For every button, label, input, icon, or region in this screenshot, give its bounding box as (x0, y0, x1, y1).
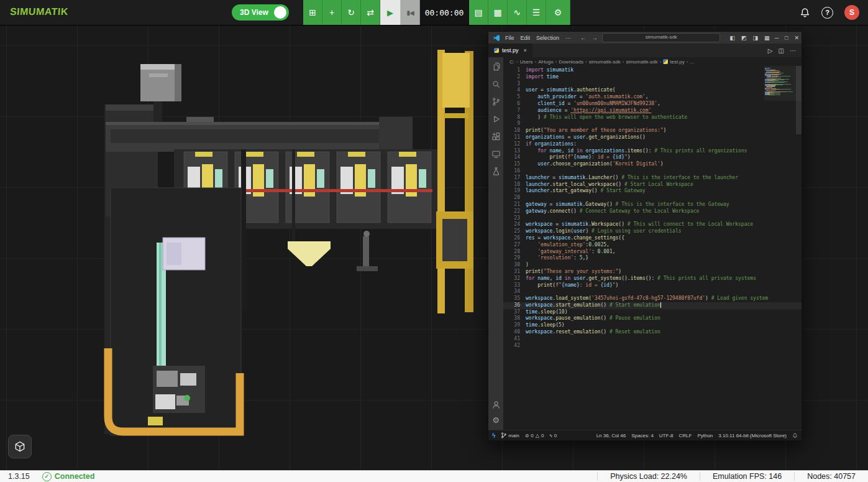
line-number[interactable]: 37 (503, 309, 526, 316)
code-line[interactable]: 22gateway.connect() # Connect Gateway to… (503, 208, 802, 215)
breadcrumb-item[interactable]: Downloads (559, 59, 583, 65)
line-number[interactable]: 1 (503, 67, 526, 74)
breadcrumb-item[interactable]: Users (520, 59, 533, 65)
code-line[interactable]: 1import simumatik (503, 67, 802, 74)
line-number[interactable]: 36 (503, 302, 526, 309)
line-number[interactable]: 38 (503, 315, 526, 322)
line-number[interactable]: 27 (503, 242, 526, 249)
line-number[interactable]: 31 (503, 269, 526, 276)
line-number[interactable]: 35 (503, 295, 526, 302)
toggle-panel-icon[interactable]: ◩ (741, 35, 747, 41)
code-line[interactable]: 37time.sleep(10) (503, 309, 802, 316)
connection-button[interactable]: ∿ (508, 0, 527, 25)
line-number[interactable]: 3 (503, 81, 526, 88)
line-number[interactable]: 30 (503, 262, 526, 269)
line-number[interactable]: 14 (503, 154, 526, 161)
python-interpreter[interactable]: 3.10.11 64-bit (Microsoft Store) (718, 433, 787, 438)
code-line[interactable]: 5 auth_provider = 'auth.simumatik.com', (503, 94, 802, 101)
skip-to-start-button[interactable]: ▮◀ (401, 0, 420, 25)
code-line[interactable]: 34 (503, 289, 802, 295)
line-number[interactable]: 15 (503, 161, 526, 168)
line-number[interactable]: 23 (503, 215, 526, 222)
form-view-button[interactable]: ▤ (469, 0, 488, 25)
eol-sequence[interactable]: CRLF (679, 433, 692, 438)
nav-forward-button[interactable]: → (592, 34, 598, 41)
card-view-button[interactable]: ▦ (488, 0, 508, 25)
import-export-button[interactable]: ⇄ (361, 0, 380, 25)
more-actions-button[interactable]: ··· (790, 47, 796, 54)
code-line[interactable]: 26res = workspace.change_settings({ (503, 235, 802, 242)
line-number[interactable]: 17 (503, 175, 526, 182)
code-line[interactable]: 29 'resolution': 5,} (503, 255, 802, 262)
toggle-secondary-sidebar-icon[interactable]: ◨ (753, 35, 759, 41)
line-number[interactable]: 8 (503, 114, 526, 121)
git-branch-item[interactable]: main (501, 432, 519, 438)
view-cube-button[interactable] (8, 435, 32, 458)
line-number[interactable]: 22 (503, 208, 526, 215)
cursor-position[interactable]: Ln 36, Col 46 (596, 433, 626, 438)
code-line[interactable]: 4user = simumatik.authenticate( (503, 87, 802, 94)
breadcrumb-item[interactable]: C: (509, 59, 514, 65)
tab-close-icon[interactable]: × (524, 47, 527, 53)
line-number[interactable]: 25 (503, 228, 526, 235)
language-mode[interactable]: Python (697, 433, 713, 438)
line-number[interactable]: 40 (503, 329, 526, 336)
code-line[interactable]: 30) (503, 262, 802, 269)
code-line[interactable]: 19launcher.start_gateway() # Start Gatew… (503, 188, 802, 195)
code-line[interactable]: 15 user.choose_organization('Kornit Digi… (503, 161, 802, 168)
source-control-icon[interactable] (491, 97, 501, 106)
line-number[interactable]: 28 (503, 249, 526, 256)
line-number[interactable]: 4 (503, 87, 526, 94)
toggle-sidebar-icon[interactable]: ◧ (730, 35, 736, 41)
run-debug-icon[interactable] (491, 114, 501, 124)
command-search-box[interactable]: simumatik-sdk (602, 33, 720, 42)
code-line[interactable]: 8 ) # This will open the web browser to … (503, 114, 802, 121)
list-button[interactable]: ☰ (527, 0, 546, 25)
manage-gear-icon[interactable]: ⚙ (492, 415, 500, 425)
line-number[interactable]: 13 (503, 148, 526, 155)
code-line[interactable]: 33 print(f"{name}: id = {id}") (503, 282, 802, 289)
breadcrumb-item[interactable]: AHugo (538, 59, 553, 65)
code-line[interactable]: 42 (503, 343, 802, 350)
line-number[interactable]: 33 (503, 282, 526, 289)
line-number[interactable]: 34 (503, 289, 526, 295)
code-line[interactable]: 40workspace.reset_emulation() # Reset em… (503, 329, 802, 336)
tab-testpy[interactable]: test.py × (488, 44, 533, 57)
vscode-titlebar[interactable]: FileEditSelection··· ← → simumatik-sdk ◧… (488, 32, 802, 44)
search-icon[interactable] (491, 80, 501, 89)
account-icon[interactable] (491, 400, 501, 409)
menu-edit[interactable]: Edit (518, 35, 534, 41)
help-button[interactable]: ? (821, 7, 833, 19)
line-number[interactable]: 7 (503, 108, 526, 114)
code-line[interactable]: 25workspace.login(user) # Login using us… (503, 228, 802, 235)
line-number[interactable]: 20 (503, 195, 526, 202)
code-line[interactable]: 23 (503, 215, 802, 222)
run-file-button[interactable]: ▷ (768, 47, 773, 54)
code-line[interactable]: 17launcher = simumatik.Launcher() # This… (503, 175, 802, 182)
menu-file[interactable]: File (502, 35, 518, 41)
customize-layout-icon[interactable]: ▦ (764, 35, 770, 41)
toggle-knob[interactable] (274, 6, 286, 19)
breadcrumb-item[interactable]: ... (690, 59, 694, 65)
add-component-button[interactable]: + (322, 0, 342, 25)
code-line[interactable]: 13 for name, id in organizations.items()… (503, 148, 802, 155)
explorer-icon[interactable] (491, 62, 501, 72)
code-editor[interactable]: 1import simumatik2import time34user = si… (503, 66, 802, 430)
indentation[interactable]: Spaces: 4 (631, 433, 654, 438)
notifications-bell-icon[interactable] (792, 433, 798, 438)
code-line[interactable]: 12if organizations: (503, 141, 802, 148)
line-number[interactable]: 39 (503, 322, 526, 329)
code-line[interactable]: 11organizations = user.get_organizations… (503, 134, 802, 141)
remote-indicator[interactable]: ϟ (492, 432, 495, 439)
menu-[interactable]: ··· (562, 35, 574, 41)
code-line[interactable]: 31print("These are your systems:") (503, 269, 802, 276)
line-number[interactable]: 24 (503, 221, 526, 228)
code-line[interactable]: 3 (503, 81, 802, 88)
nav-back-button[interactable]: ← (580, 34, 587, 41)
code-line[interactable]: 38workspace.pause_emulation() # Pause em… (503, 315, 802, 322)
code-line[interactable]: 27 'emulation_step':0.0025, (503, 242, 802, 249)
line-number[interactable]: 21 (503, 202, 526, 208)
code-line[interactable]: 16 (503, 168, 802, 175)
minimap[interactable] (765, 68, 793, 97)
encoding[interactable]: UTF-8 (659, 433, 674, 438)
